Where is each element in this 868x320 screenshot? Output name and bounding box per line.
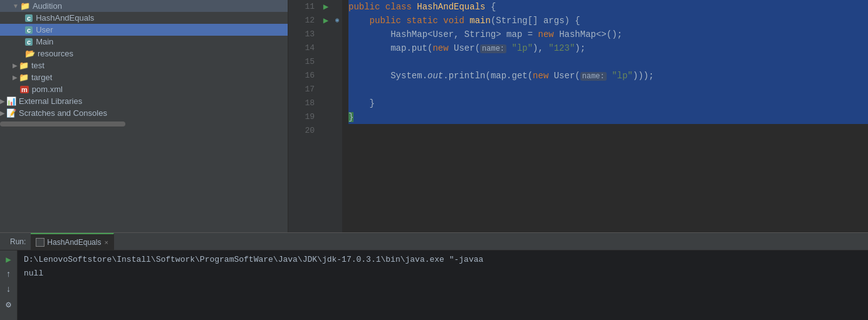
sidebar-item-label: Audition [33,1,62,11]
scroll-down-button[interactable]: ↓ [3,283,15,296]
code-line-19: } [348,110,868,124]
sidebar-item-label: resources [38,49,73,58]
sidebar-item-hash-equals[interactable]: c HashAndEquals [0,12,288,24]
tab-label: HashAndEquals [47,238,101,247]
chevron-right-icon: ▶ [13,74,18,81]
console-action-bar: ▶ ↑ ↓ ⚙ [0,250,18,320]
sidebar-item-label: test [31,61,44,70]
sidebar-item-label: Main [36,37,53,46]
sidebar-item-label: Scratches and Consoles [19,108,107,118]
console-output-line1: D:\LenovoSoftstore\Install\Softwork\Prog… [24,253,862,267]
class-c-icon: c [25,26,33,34]
scratch-icon: 📝 [6,108,16,118]
sidebar-item-label: External Libraries [19,96,82,106]
sidebar-item-label: pom.xml [32,85,63,94]
bottom-panel: Run: HashAndEquals × ▶ ↑ ↓ ⚙ D:\LenovoSo… [0,232,868,320]
editor-content: 11 12 13 14 15 16 17 18 19 20 ▶ ▶ [288,0,868,232]
sidebar-item-audition[interactable]: ▼ 📁 Audition [0,0,288,12]
tab-icon [36,238,44,247]
code-line-15 [348,55,868,69]
sidebar-item-resources[interactable]: 📂 resources [0,48,288,59]
chevron-right-icon: ▶ [0,110,5,116]
sidebar-item-external-libs[interactable]: ▶ 📊 External Libraries [0,95,288,107]
console-output: D:\LenovoSoftstore\Install\Softwork\Prog… [18,250,868,320]
sidebar-item-scratches[interactable]: ▶ 📝 Scratches and Consoles [0,107,288,119]
sidebar-item-label: User [36,25,53,34]
editor-gutter: ▶ ▶ [320,0,332,232]
tab-close-button[interactable]: × [104,239,108,246]
sidebar-item-user[interactable]: c User [0,24,288,36]
chevron-right-icon: ▶ [0,98,5,105]
class-c-icon: c [25,14,33,22]
bookmark-gutter: ◉ [332,0,342,232]
scroll-up-button[interactable]: ↑ [3,268,15,281]
resources-icon: 📂 [25,49,35,58]
target-folder-icon: 📁 [19,73,29,82]
libs-icon: 📊 [6,96,16,106]
code-line-16: System.out.println(map.get(new User(name… [348,69,868,83]
sidebar-item-target[interactable]: ▶ 📁 target [0,71,288,83]
run-arrow-12[interactable]: ▶ [320,14,332,28]
project-tree: ▼ 📁 Audition c HashAndEquals c User c Ma… [0,0,288,232]
bottom-tab-bar: Run: HashAndEquals × [0,233,868,250]
tab-hash-equals[interactable]: HashAndEquals × [31,233,114,250]
console-content: ▶ ↑ ↓ ⚙ D:\LenovoSoftstore\Install\Softw… [0,250,868,320]
sidebar-item-label: HashAndEquals [36,13,94,23]
rerun-button[interactable]: ▶ [3,253,15,266]
settings-button[interactable]: ⚙ [3,298,15,311]
editor-area: 11 12 13 14 15 16 17 18 19 20 ▶ ▶ [288,0,868,232]
scrollbar-thumb[interactable] [0,121,125,126]
class-c-icon: c [25,38,33,46]
code-line-12: public static void main(String[] args) { [348,14,868,28]
chevron-right-icon: ▶ [13,62,18,69]
run-label: Run: [5,237,31,246]
run-arrow-11[interactable]: ▶ [320,0,332,14]
chevron-down-icon: ▼ [13,3,19,9]
console-output-line2: null [24,267,862,281]
sidebar-item-main[interactable]: c Main [0,36,288,48]
folder-icon: 📁 [20,1,30,11]
folder-icon: 📁 [19,61,29,70]
sidebar-item-pom[interactable]: m pom.xml [0,83,288,95]
code-line-13: HashMap<User, String> map = new HashMap<… [348,28,868,41]
code-line-11: public class HashAndEquals { [348,0,868,14]
sidebar-item-test[interactable]: ▶ 📁 test [0,59,288,71]
bookmark-indicator: ◉ [332,14,342,28]
code-editor[interactable]: public class HashAndEquals { public stat… [342,0,868,232]
run-text: Run: [10,237,26,246]
code-line-14: map.put(new User(name: "lp"), "123"); [348,41,868,55]
code-line-20 [348,124,868,138]
line-numbers: 11 12 13 14 15 16 17 18 19 20 [288,0,320,232]
code-line-17 [348,83,868,96]
code-line-18: } [348,96,868,110]
sidebar-item-label: target [31,73,52,82]
pom-icon: m [20,86,29,93]
